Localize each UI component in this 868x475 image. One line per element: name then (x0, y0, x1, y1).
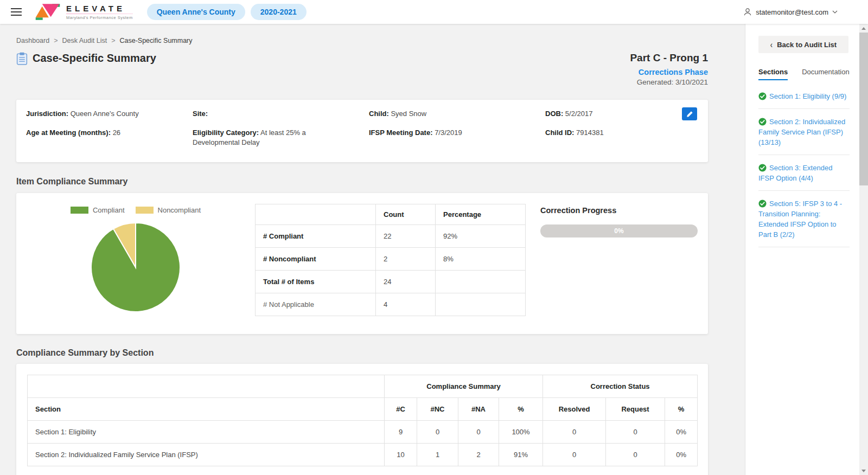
tab-sections[interactable]: Sections (758, 68, 788, 80)
field-eligibility-category: Eligibility Category: At least 25% a Dev… (193, 128, 369, 147)
breadcrumb-current: Case-Specific Summary (119, 37, 192, 44)
table-row: # Noncompliant 2 8% (256, 248, 526, 271)
part-label: Part C - Prong 1 (630, 52, 708, 64)
group-compliance-summary: Compliance Summary (385, 375, 543, 398)
compliance-count-block: Count Percentage # Compliant 22 92% # No… (255, 193, 525, 334)
sidebar-item-section-3[interactable]: Section 3: Extended IFSP Option (4/4) (758, 155, 850, 191)
field-child: Child: Syed Snow (369, 109, 545, 119)
sections-list: Section 1: Eligibility (9/9) Section 2: … (758, 84, 850, 247)
main-content: Dashboard > Desk Audit List > Case-Speci… (0, 24, 745, 475)
correction-progress-block: Correction Progress 0% (525, 193, 708, 334)
brand-name: ELEVATE (66, 4, 133, 12)
back-to-audit-list-button[interactable]: ‹ Back to Audit List (758, 36, 848, 53)
field-age-at-meeting: Age at Meeting (months): 26 (26, 128, 193, 147)
logo-mark-icon (34, 3, 62, 21)
item-compliance-card: Compliant Noncompliant Count Percentage (16, 193, 708, 334)
scroll-up-arrow[interactable] (859, 24, 868, 33)
edit-case-button[interactable] (682, 107, 697, 120)
phase-label: Corrections Phase (630, 68, 708, 76)
breadcrumb-separator: > (111, 37, 115, 44)
sidebar-tabs: Sections Documentation (758, 68, 850, 80)
title-row: Case-Specific Summary Part C - Prong 1 C… (16, 52, 708, 86)
field-jurisdiction: Jurisdiction: Queen Anne's County (26, 109, 193, 119)
column-header-row: Section #C #NC #NA % Resolved Request % (28, 398, 698, 421)
section-summary-heading: Compliance Summary by Section (16, 348, 708, 358)
correction-progress-value: 0% (614, 227, 623, 235)
field-site: Site: (193, 109, 369, 119)
top-bar: ELEVATE Maryland's Performance System Qu… (0, 0, 868, 24)
tab-documentation[interactable]: Documentation (802, 68, 849, 80)
menu-icon[interactable] (11, 8, 22, 16)
check-circle-icon (758, 92, 767, 100)
chart-legend: Compliant Noncompliant (16, 206, 255, 214)
compliance-count-table: Count Percentage # Compliant 22 92% # No… (255, 204, 526, 316)
breadcrumb-desk-audit-list[interactable]: Desk Audit List (62, 37, 107, 44)
jurisdiction-chip[interactable]: Queen Anne's County (147, 4, 245, 20)
vertical-scrollbar[interactable] (859, 24, 868, 475)
section-summary-table: Compliance Summary Correction Status Sec… (27, 375, 698, 466)
breadcrumb-separator: > (54, 37, 58, 44)
brand-rule (66, 14, 133, 14)
brand-logo[interactable]: ELEVATE Maryland's Performance System (34, 3, 133, 21)
check-circle-icon (758, 200, 767, 208)
year-chip[interactable]: 2020-2021 (251, 4, 307, 20)
generated-date: Generated: 3/10/2021 (630, 78, 708, 86)
sidebar-item-section-2[interactable]: Section 2: Individualized Family Service… (758, 109, 850, 155)
group-header-row: Compliance Summary Correction Status (28, 375, 698, 398)
chevron-down-icon (832, 10, 838, 14)
group-correction-status: Correction Status (543, 375, 698, 398)
correction-progress-title: Correction Progress (540, 206, 708, 215)
compliant-swatch-icon (71, 207, 88, 214)
report-meta: Part C - Prong 1 Corrections Phase Gener… (630, 52, 708, 86)
right-sidebar: ‹ Back to Audit List Sections Documentat… (745, 24, 859, 475)
table-row-section-1: Section 1: Eligibility 9 0 0 100% 0 0 0% (28, 421, 698, 444)
legend-compliant[interactable]: Compliant (71, 206, 125, 214)
correction-progress-bar: 0% (540, 224, 698, 238)
table-row: # Not Applicable 4 (256, 293, 526, 316)
compliance-pie-chart (87, 219, 184, 316)
scroll-down-arrow[interactable] (859, 466, 868, 475)
case-info-card: Jurisdiction: Queen Anne's County Site: … (16, 100, 708, 162)
table-row: Total # of Items 24 (256, 271, 526, 293)
table-row-section-2: Section 2: Individualized Family Service… (28, 444, 698, 466)
legend-noncompliant[interactable]: Noncompliant (136, 206, 201, 214)
check-circle-icon (758, 164, 767, 172)
item-compliance-heading: Item Compliance Summary (16, 177, 708, 187)
pencil-icon (686, 111, 693, 118)
breadcrumb: Dashboard > Desk Audit List > Case-Speci… (16, 37, 708, 44)
check-circle-icon (758, 118, 767, 126)
table-row: # Compliant 22 92% (256, 225, 526, 248)
section-summary-card: Compliance Summary Correction Status Sec… (16, 364, 708, 475)
sidebar-item-section-5[interactable]: Section 5: IFSP 3 to 4 - Transition Plan… (758, 191, 850, 247)
user-email: statemonitor@test.com (756, 8, 828, 16)
user-menu[interactable]: statemonitor@test.com (743, 0, 838, 24)
sidebar-item-section-1[interactable]: Section 1: Eligibility (9/9) (758, 84, 850, 109)
field-child-id: Child ID: 7914381 (545, 128, 675, 147)
field-ifsp-meeting-date: IFSP Meeting Date: 7/3/2019 (369, 128, 545, 147)
user-icon (743, 8, 752, 16)
field-dob: DOB: 5/2/2017 (545, 109, 675, 119)
pie-chart-block: Compliant Noncompliant (16, 193, 255, 334)
page-title-text: Case-Specific Summary (33, 52, 156, 65)
page-title: Case-Specific Summary (16, 52, 156, 86)
scrollbar-thumb[interactable] (859, 33, 868, 185)
chevron-left-icon: ‹ (770, 39, 773, 50)
clipboard-icon (16, 52, 28, 65)
brand-tagline: Maryland's Performance System (66, 15, 133, 20)
breadcrumb-dashboard[interactable]: Dashboard (16, 37, 49, 44)
noncompliant-swatch-icon (136, 207, 154, 214)
table-header-row: Count Percentage (256, 204, 526, 225)
